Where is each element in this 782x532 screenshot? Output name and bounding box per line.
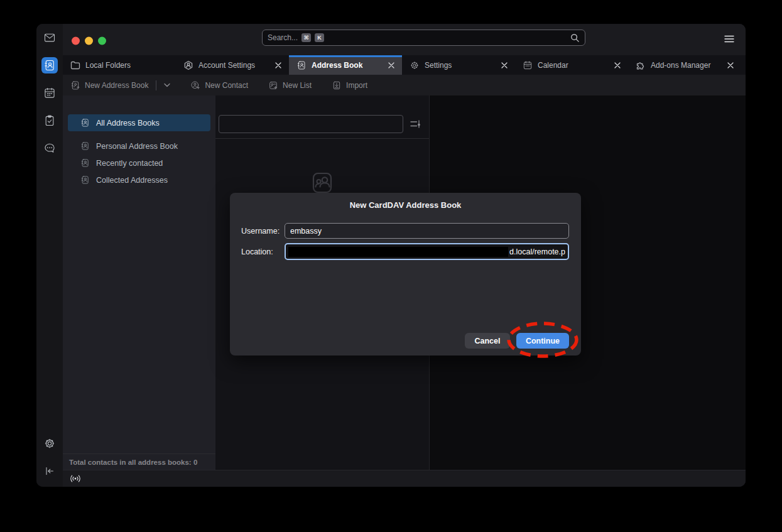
address-book-icon bbox=[80, 175, 90, 185]
close-icon[interactable] bbox=[387, 61, 396, 70]
contacts-filter-input[interactable] bbox=[219, 115, 403, 133]
tab-label: Add-ons Manager bbox=[651, 61, 721, 70]
import-icon bbox=[332, 80, 342, 90]
gear-icon bbox=[410, 60, 420, 70]
redaction-bar bbox=[288, 247, 508, 257]
sidebar-item-recently-contacted[interactable]: Recently contacted bbox=[68, 155, 210, 171]
mail-icon[interactable] bbox=[41, 30, 58, 46]
settings-gear-icon[interactable] bbox=[41, 435, 58, 452]
sidebar-item-collected-addresses[interactable]: Collected Addresses bbox=[68, 171, 210, 188]
person-plus-icon bbox=[190, 80, 200, 90]
close-icon[interactable] bbox=[726, 61, 735, 70]
search-icon bbox=[570, 33, 580, 43]
account-icon bbox=[183, 60, 193, 70]
close-icon[interactable] bbox=[274, 61, 283, 70]
sidebar-item-all-address-books[interactable]: All Address Books bbox=[68, 114, 210, 131]
address-books-sidebar: All Address Books Personal Address Book … bbox=[63, 95, 215, 470]
address-books-list: All Address Books Personal Address Book … bbox=[63, 95, 215, 453]
address-book-icon bbox=[296, 60, 307, 70]
tab-label: Account Settings bbox=[198, 61, 269, 70]
puzzle-icon bbox=[636, 60, 646, 70]
tab-label: Settings bbox=[425, 61, 495, 70]
tab-bar: Local Folders Account Settings Address B… bbox=[63, 55, 746, 75]
tab-addons-manager[interactable]: Add-ons Manager bbox=[628, 55, 741, 75]
calendar-space-icon[interactable] bbox=[41, 85, 58, 101]
chevron-down-icon[interactable] bbox=[164, 83, 170, 87]
import-label: Import bbox=[346, 81, 367, 90]
sidebar-item-label: All Address Books bbox=[96, 119, 160, 128]
cancel-button[interactable]: Cancel bbox=[465, 333, 510, 349]
new-address-book-label: New Address Book bbox=[85, 81, 148, 90]
tab-label: Calendar bbox=[538, 61, 608, 70]
tab-label: Local Folders bbox=[85, 61, 170, 70]
new-contact-button[interactable]: New Contact bbox=[190, 80, 248, 90]
close-icon[interactable] bbox=[613, 61, 622, 70]
address-book-toolbar: New Address Book New Contact New List bbox=[63, 75, 746, 95]
search-placeholder: Search... bbox=[268, 33, 298, 42]
minimize-window-button[interactable] bbox=[85, 37, 93, 45]
chat-icon[interactable] bbox=[41, 140, 58, 156]
tab-settings[interactable]: Settings bbox=[402, 55, 515, 75]
address-book-space-icon[interactable] bbox=[41, 57, 58, 73]
toolbar-separator bbox=[156, 80, 156, 90]
titlebar: Search... ⌘ K bbox=[63, 24, 746, 55]
k-key-badge: K bbox=[315, 33, 324, 42]
new-carddav-dialog: New CardDAV Address Book Username: Locat… bbox=[230, 193, 581, 356]
address-book-icon bbox=[80, 141, 90, 151]
continue-button[interactable]: Continue bbox=[516, 333, 569, 349]
new-contact-label: New Contact bbox=[205, 81, 248, 90]
new-list-label: New List bbox=[283, 81, 312, 90]
sidebar-item-personal-address-book[interactable]: Personal Address Book bbox=[68, 138, 210, 155]
broadcast-icon bbox=[69, 474, 82, 484]
location-visible-text: d.local/remote.p bbox=[509, 247, 565, 256]
new-list-button[interactable]: New List bbox=[268, 80, 312, 90]
main-area: Search... ⌘ K Local Folders bbox=[63, 24, 746, 487]
app-menu-button[interactable] bbox=[723, 33, 736, 45]
import-button[interactable]: Import bbox=[332, 80, 367, 90]
status-bar bbox=[63, 470, 746, 487]
display-options-icon[interactable] bbox=[410, 119, 421, 129]
list-plus-icon bbox=[268, 80, 278, 90]
spaces-toolbar bbox=[36, 24, 63, 487]
zoom-window-button[interactable] bbox=[98, 37, 106, 45]
address-book-icon bbox=[80, 158, 90, 168]
location-field[interactable]: d.local/remote.p bbox=[285, 243, 569, 260]
close-window-button[interactable] bbox=[72, 37, 80, 45]
tab-label: Address Book bbox=[312, 61, 382, 70]
contacts-placeholder-icon bbox=[310, 171, 334, 195]
dialog-title: New CardDAV Address Book bbox=[230, 200, 581, 210]
address-book-icon bbox=[80, 118, 90, 128]
address-book-plus-icon bbox=[70, 80, 80, 90]
collapse-icon[interactable] bbox=[41, 463, 58, 479]
cmd-key-badge: ⌘ bbox=[301, 33, 311, 42]
contacts-count-status: Total contacts in all address books: 0 bbox=[63, 453, 215, 470]
window-controls bbox=[72, 37, 106, 45]
global-search-input[interactable]: Search... ⌘ K bbox=[262, 30, 585, 46]
new-address-book-button[interactable]: New Address Book bbox=[70, 80, 148, 90]
username-label: Username: bbox=[241, 227, 285, 236]
folder-icon bbox=[70, 60, 80, 70]
sidebar-item-label: Personal Address Book bbox=[96, 142, 178, 151]
tab-address-book[interactable]: Address Book bbox=[289, 55, 402, 75]
close-icon[interactable] bbox=[500, 61, 509, 70]
tab-local-folders[interactable]: Local Folders bbox=[63, 55, 176, 75]
sidebar-item-label: Recently contacted bbox=[96, 159, 163, 168]
tab-account-settings[interactable]: Account Settings bbox=[176, 55, 289, 75]
tasks-icon[interactable] bbox=[41, 112, 58, 129]
sidebar-item-label: Collected Addresses bbox=[96, 176, 168, 185]
cards-search-row bbox=[215, 95, 429, 139]
app-window: Search... ⌘ K Local Folders bbox=[36, 24, 746, 487]
username-field[interactable] bbox=[285, 223, 569, 239]
calendar-icon bbox=[523, 60, 533, 70]
location-label: Location: bbox=[241, 247, 285, 256]
tab-calendar[interactable]: Calendar bbox=[515, 55, 628, 75]
